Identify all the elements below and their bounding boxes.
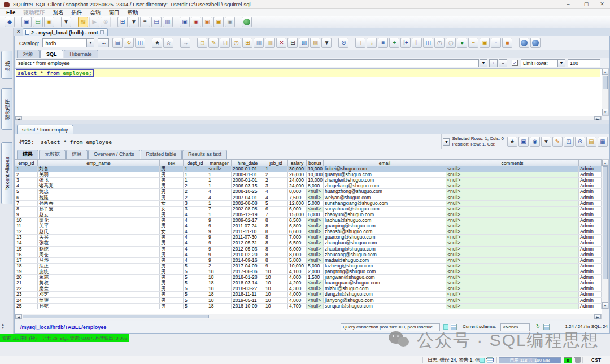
paste-active-icon[interactable]: ▨ — [78, 17, 88, 27]
table-cell[interactable]: 1 — [184, 178, 207, 183]
table-row[interactable]: 18法正男522017-04-09910,0005,000fazheng@shu… — [15, 264, 602, 269]
table-cell[interactable]: 18 — [207, 275, 232, 280]
alias-book-icon[interactable]: ▤ — [33, 17, 43, 27]
table-cell[interactable]: 张飞 — [38, 178, 160, 183]
tab-结果[interactable]: 结果 — [17, 150, 38, 159]
table-cell[interactable]: 2002-08-08 — [232, 207, 264, 212]
sql-dialog-icon[interactable]: ◫ — [135, 38, 145, 48]
commit-cube-icon[interactable]: ■ — [502, 38, 512, 48]
table-cell[interactable]: dengzhi@shuguo.com — [324, 292, 446, 297]
table-cell[interactable]: 26,000 — [288, 172, 307, 177]
table-cell[interactable]: zhaotong@shuguo.com — [324, 247, 446, 252]
table-cell[interactable]: 男 — [160, 195, 184, 200]
table-cell[interactable]: 5 — [184, 264, 207, 269]
table-cell[interactable]: 2 — [184, 183, 207, 188]
table-cell[interactable]: 13 — [15, 235, 38, 240]
monitor-sql-icon[interactable]: ▣ — [180, 17, 190, 27]
table-row[interactable]: 22糜竺男5182018-03-27104,300<null>mizhu@shu… — [15, 286, 602, 292]
table-cell[interactable]: 4 — [184, 218, 207, 223]
table-cell[interactable]: Admin — [579, 201, 602, 206]
table-cell[interactable]: 5 — [184, 275, 207, 280]
table-cell[interactable]: 8 — [264, 252, 288, 257]
table-cell[interactable]: 10,000 — [307, 166, 324, 172]
save-sql-file-icon[interactable]: ▥ — [254, 38, 264, 48]
table-cell[interactable]: 9 — [15, 212, 38, 217]
table-cell[interactable]: <null> — [446, 286, 579, 291]
table-cell[interactable]: 男 — [160, 235, 184, 240]
table-cell[interactable]: 1 — [264, 166, 288, 172]
table-cell[interactable]: <null> — [307, 286, 324, 291]
tab-对象[interactable]: 对象 — [17, 50, 40, 58]
table-cell[interactable]: 男 — [160, 275, 184, 280]
format-sql-icon[interactable]: → — [180, 38, 190, 48]
table-cell[interactable]: 18 — [207, 286, 232, 291]
table-cell[interactable]: 男 — [160, 178, 184, 183]
table-cell[interactable]: 2011-07-24 — [232, 223, 264, 229]
log-viewer-icon[interactable] — [487, 357, 493, 363]
table-cell[interactable]: <null> — [446, 235, 579, 240]
limit-rows-checkbox[interactable]: ✓ — [512, 60, 518, 66]
table-cell[interactable]: 18 — [207, 292, 232, 297]
scroll-down-icon[interactable]: ▼ — [602, 109, 608, 115]
table-cell[interactable]: 女 — [160, 229, 184, 234]
table-cell[interactable]: <null> — [446, 195, 579, 200]
table-cell[interactable]: 2018-11-11 — [232, 292, 264, 297]
tab-SQL[interactable]: SQL — [40, 50, 63, 58]
table-cell[interactable]: 7 — [264, 212, 288, 217]
table-cell[interactable]: 5,800 — [288, 258, 307, 263]
table-cell[interactable]: 1 — [184, 172, 207, 177]
table-cell[interactable]: huangzhong@shuguo.com — [324, 189, 446, 194]
tab-信息[interactable]: 信息 — [66, 150, 88, 159]
table-cell[interactable]: 10 — [15, 218, 38, 223]
run-selected-sql-icon[interactable]: ☆ — [163, 38, 173, 48]
table-cell[interactable]: 8 — [264, 218, 288, 223]
table-cell[interactable]: <null> — [307, 247, 324, 252]
user-defined-icon[interactable]: ● — [457, 38, 467, 48]
table-cell[interactable]: <null> — [446, 304, 579, 309]
table-scroll-down-icon[interactable]: ▼ — [602, 302, 608, 309]
table-cell[interactable]: 1 — [184, 166, 207, 172]
table-scroll-right-icon[interactable]: ▶ — [594, 314, 601, 319]
table-cell[interactable]: 4 — [184, 252, 207, 257]
table-cell[interactable]: 6,000 — [288, 207, 307, 212]
table-cell[interactable]: 黄权 — [38, 280, 160, 286]
table-cell[interactable]: Admin — [579, 218, 602, 223]
table-cell[interactable]: sunshangxiang@shuguo.com — [324, 201, 446, 206]
table-cell[interactable]: 4,300 — [288, 286, 307, 291]
table-cell[interactable]: <null> — [446, 223, 579, 229]
table-cell[interactable]: 5,000 — [307, 201, 324, 206]
table-cell[interactable]: 2 — [15, 172, 38, 177]
table-cell[interactable]: 6,800 — [288, 223, 307, 229]
table-cell[interactable]: 2007-04-01 — [232, 195, 264, 200]
table-cell[interactable]: 10,000 — [288, 264, 307, 269]
menu-别名[interactable]: 别名 — [49, 9, 67, 16]
table-cell[interactable]: <null> — [446, 264, 579, 269]
table-cell[interactable]: <null> — [446, 178, 579, 183]
session-properties-icon[interactable]: ▤ — [112, 38, 123, 48]
table-cell[interactable]: 2008-10-25 — [232, 189, 264, 194]
table-cell[interactable]: 诸葛亮 — [38, 183, 160, 188]
editor-vscrollbar[interactable]: ▲ ▼ — [602, 68, 609, 116]
sql-editor[interactable]: select * from employee; — [15, 68, 602, 116]
results-tab[interactable]: select * from employ — [17, 125, 73, 134]
col-header-email[interactable]: email — [324, 160, 446, 166]
table-cell[interactable]: 9 — [207, 247, 232, 252]
table-cell[interactable]: guanyu@shuguo.com — [324, 172, 446, 177]
scroll-up-icon[interactable]: ▲ — [602, 69, 608, 75]
table-cell[interactable]: 4 — [184, 258, 207, 263]
table-cell[interactable]: <null> — [446, 258, 579, 263]
table-cell[interactable]: sunyahuan@shuguo.com — [324, 207, 446, 212]
table-cell[interactable]: <null> — [307, 304, 324, 309]
table-cell[interactable]: Admin — [579, 229, 602, 234]
table-row[interactable]: 19庞统男5182017-06-06104,1002,000pangtong@s… — [15, 269, 602, 275]
table-cell[interactable]: 魏延 — [38, 195, 160, 200]
table-cell[interactable]: 2010-02-20 — [232, 252, 264, 257]
table-cell[interactable]: 2019-05-11 — [232, 298, 264, 303]
close-sql-file-icon[interactable]: ✕ — [276, 38, 286, 48]
table-cell[interactable]: 6,000 — [307, 212, 324, 217]
table-cell[interactable]: 男 — [160, 189, 184, 194]
table-row[interactable]: 11关平男492011-07-2486,800<null>guanping@sh… — [15, 223, 602, 229]
table-cell[interactable]: 5 — [184, 286, 207, 291]
table-cell[interactable]: 4,800 — [288, 298, 307, 303]
save-session-icon[interactable]: ▥ — [163, 17, 173, 27]
